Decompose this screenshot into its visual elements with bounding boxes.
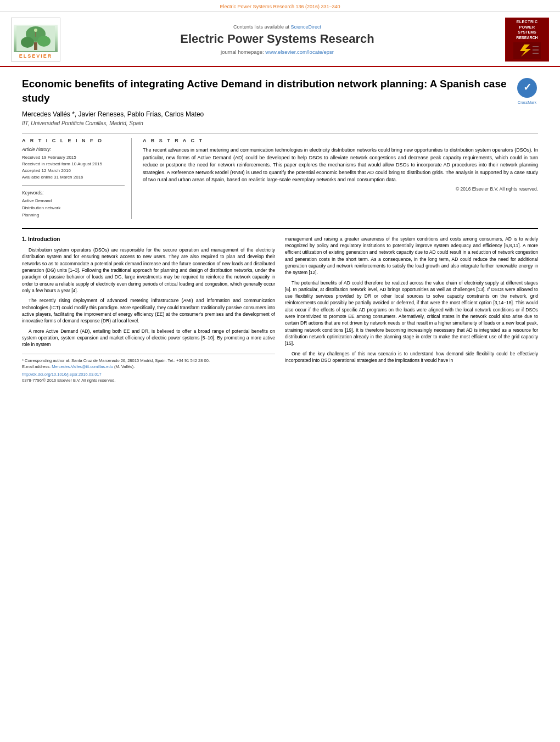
abstract-heading: A B S T R A C T (143, 138, 538, 143)
article-title: Economic benefits of integrating Active … (22, 77, 508, 105)
page-wrapper: Electric Power Systems Research 136 (201… (0, 0, 560, 742)
homepage-link[interactable]: www.elsevier.com/locate/epsr (265, 49, 334, 55)
accepted-date: Accepted 12 March 2016 (22, 168, 125, 174)
epsr-logo-line3: RESEARCH (508, 35, 546, 41)
body-columns: 1. Introduction Distribution system oper… (22, 228, 538, 384)
elsevier-logo: ELSEVIER (11, 18, 60, 62)
epsr-logo-box: ELECTRIC POWER SYSTEMS RESEARCH (505, 18, 549, 62)
received-date: Received 19 February 2015 (22, 154, 125, 161)
crossmark-svg: ✓ (516, 77, 538, 99)
section1-para1: Distribution system operators (DSOs) are… (22, 247, 275, 294)
received-revised-date: Received in revised form 10 August 2015 (22, 161, 125, 168)
contents-line: Contents lists available at ScienceDirec… (60, 24, 494, 30)
abstract-text: The recent advances in smart metering an… (143, 147, 538, 184)
epsr-logo-image (513, 42, 541, 59)
section1-para2: The recently rising deployment of advanc… (22, 297, 275, 324)
journal-top-bar: Electric Power Systems Research 136 (201… (0, 0, 560, 12)
history-title: Article history: (22, 147, 125, 152)
epsr-logo-line2: SYSTEMS (508, 30, 546, 35)
authors-line: Mercedes Vallés *, Javier Reneses, Pablo… (22, 110, 538, 118)
body-right-col: management and raising a greater awarene… (285, 236, 538, 384)
elsevier-image (14, 25, 58, 52)
available-date: Available online 31 March 2016 (22, 174, 125, 181)
section1-right-para3: One of the key challenges of this new sc… (285, 350, 538, 364)
svg-rect-4 (34, 42, 37, 50)
svg-text:✓: ✓ (523, 82, 531, 93)
article-info-col: A R T I C L E I N F O Article history: R… (22, 138, 132, 219)
abstract-copyright: © 2016 Elsevier B.V. All rights reserved… (143, 186, 538, 192)
journal-reference: Electric Power Systems Research 136 (201… (220, 4, 340, 9)
email-link[interactable]: Mercedes.Valles@iit.comillas.edu (52, 364, 113, 369)
keyword-2: Distribution network (22, 205, 125, 212)
footnote-section: * Corresponding author at: Santa Cruz de… (22, 354, 275, 370)
article-info-row: A R T I C L E I N F O Article history: R… (22, 133, 538, 219)
body-left-col: 1. Introduction Distribution system oper… (22, 236, 275, 384)
header-section: ELSEVIER Contents lists available at Sci… (0, 12, 560, 67)
footnote-email: E-mail address: Mercedes.Valles@iit.comi… (22, 364, 275, 370)
svg-point-2 (21, 37, 34, 48)
article-info-heading: A R T I C L E I N F O (22, 138, 125, 143)
affiliation-line: IIT, Universidad Pontificia Comillas, Ma… (22, 120, 538, 126)
article-title-section: Economic benefits of integrating Active … (22, 77, 538, 105)
elsevier-label: ELSEVIER (19, 53, 53, 59)
epsr-logo-line1: ELECTRIC POWER (508, 19, 546, 30)
section1-para3: A more Active Demand (AD), entailing bot… (22, 328, 275, 348)
keywords-title: Keywords: (22, 190, 125, 196)
svg-point-5 (34, 29, 37, 32)
article-content: Economic benefits of integrating Active … (0, 67, 560, 389)
doi-line: http://dx.doi.org/10.1016/j.epsr.2016.03… (22, 372, 275, 378)
sciencedirect-link[interactable]: ScienceDirect (291, 24, 322, 30)
section1-title: 1. Introduction (22, 236, 275, 244)
crossmark-label: CrossMark (516, 101, 538, 104)
journal-main-title: Electric Power Systems Research (60, 32, 494, 46)
keyword-1: Active Demand (22, 198, 125, 205)
issn-line: 0378-7796/© 2016 Elsevier B.V. All right… (22, 378, 275, 384)
keywords-divider (22, 185, 125, 186)
keyword-3: Planning (22, 212, 125, 219)
footnote-corresponding: * Corresponding author at: Santa Cruz de… (22, 358, 275, 364)
journal-title-center: Contents lists available at ScienceDirec… (60, 24, 494, 55)
svg-point-3 (37, 36, 51, 47)
section1-right-para1: management and raising a greater awarene… (285, 236, 538, 276)
elsevier-tree-svg (16, 26, 55, 51)
section1-right-para2: The potential benefits of AD could there… (285, 280, 538, 347)
doi-link[interactable]: http://dx.doi.org/10.1016/j.epsr.2016.03… (22, 372, 102, 377)
crossmark-icon[interactable]: ✓ CrossMark (516, 77, 538, 99)
abstract-col: A B S T R A C T The recent advances in s… (143, 138, 538, 219)
journal-homepage: journal homepage: www.elsevier.com/locat… (60, 49, 494, 55)
